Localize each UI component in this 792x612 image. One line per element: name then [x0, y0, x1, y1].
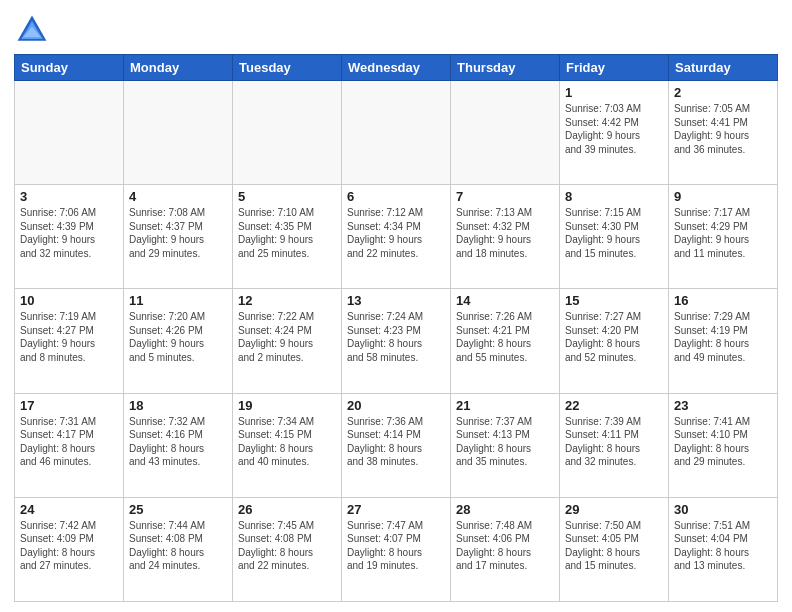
day-number: 28 — [456, 502, 554, 517]
header — [14, 12, 778, 48]
day-info: Sunrise: 7:47 AMSunset: 4:07 PMDaylight:… — [347, 519, 445, 573]
day-number: 21 — [456, 398, 554, 413]
day-info: Sunrise: 7:06 AMSunset: 4:39 PMDaylight:… — [20, 206, 118, 260]
day-info: Sunrise: 7:22 AMSunset: 4:24 PMDaylight:… — [238, 310, 336, 364]
logo — [14, 12, 54, 48]
calendar-cell: 16Sunrise: 7:29 AMSunset: 4:19 PMDayligh… — [669, 289, 778, 393]
day-info: Sunrise: 7:32 AMSunset: 4:16 PMDaylight:… — [129, 415, 227, 469]
day-info: Sunrise: 7:26 AMSunset: 4:21 PMDaylight:… — [456, 310, 554, 364]
calendar-header-row: SundayMondayTuesdayWednesdayThursdayFrid… — [15, 55, 778, 81]
calendar-cell: 23Sunrise: 7:41 AMSunset: 4:10 PMDayligh… — [669, 393, 778, 497]
day-number: 22 — [565, 398, 663, 413]
day-number: 2 — [674, 85, 772, 100]
day-info: Sunrise: 7:12 AMSunset: 4:34 PMDaylight:… — [347, 206, 445, 260]
calendar-cell: 2Sunrise: 7:05 AMSunset: 4:41 PMDaylight… — [669, 81, 778, 185]
day-info: Sunrise: 7:20 AMSunset: 4:26 PMDaylight:… — [129, 310, 227, 364]
calendar-cell: 15Sunrise: 7:27 AMSunset: 4:20 PMDayligh… — [560, 289, 669, 393]
day-info: Sunrise: 7:15 AMSunset: 4:30 PMDaylight:… — [565, 206, 663, 260]
calendar-cell: 14Sunrise: 7:26 AMSunset: 4:21 PMDayligh… — [451, 289, 560, 393]
day-info: Sunrise: 7:05 AMSunset: 4:41 PMDaylight:… — [674, 102, 772, 156]
day-number: 14 — [456, 293, 554, 308]
day-number: 25 — [129, 502, 227, 517]
calendar-cell: 19Sunrise: 7:34 AMSunset: 4:15 PMDayligh… — [233, 393, 342, 497]
calendar: SundayMondayTuesdayWednesdayThursdayFrid… — [14, 54, 778, 602]
day-number: 15 — [565, 293, 663, 308]
day-info: Sunrise: 7:36 AMSunset: 4:14 PMDaylight:… — [347, 415, 445, 469]
calendar-cell — [15, 81, 124, 185]
day-info: Sunrise: 7:44 AMSunset: 4:08 PMDaylight:… — [129, 519, 227, 573]
calendar-cell: 20Sunrise: 7:36 AMSunset: 4:14 PMDayligh… — [342, 393, 451, 497]
calendar-cell: 29Sunrise: 7:50 AMSunset: 4:05 PMDayligh… — [560, 497, 669, 601]
day-number: 23 — [674, 398, 772, 413]
week-row-3: 10Sunrise: 7:19 AMSunset: 4:27 PMDayligh… — [15, 289, 778, 393]
calendar-cell: 26Sunrise: 7:45 AMSunset: 4:08 PMDayligh… — [233, 497, 342, 601]
day-number: 13 — [347, 293, 445, 308]
day-info: Sunrise: 7:13 AMSunset: 4:32 PMDaylight:… — [456, 206, 554, 260]
day-info: Sunrise: 7:48 AMSunset: 4:06 PMDaylight:… — [456, 519, 554, 573]
calendar-cell: 1Sunrise: 7:03 AMSunset: 4:42 PMDaylight… — [560, 81, 669, 185]
header-sunday: Sunday — [15, 55, 124, 81]
day-info: Sunrise: 7:24 AMSunset: 4:23 PMDaylight:… — [347, 310, 445, 364]
day-number: 29 — [565, 502, 663, 517]
calendar-cell: 12Sunrise: 7:22 AMSunset: 4:24 PMDayligh… — [233, 289, 342, 393]
day-info: Sunrise: 7:41 AMSunset: 4:10 PMDaylight:… — [674, 415, 772, 469]
day-number: 19 — [238, 398, 336, 413]
calendar-cell — [451, 81, 560, 185]
day-number: 20 — [347, 398, 445, 413]
header-friday: Friday — [560, 55, 669, 81]
calendar-cell: 27Sunrise: 7:47 AMSunset: 4:07 PMDayligh… — [342, 497, 451, 601]
day-info: Sunrise: 7:39 AMSunset: 4:11 PMDaylight:… — [565, 415, 663, 469]
calendar-cell: 24Sunrise: 7:42 AMSunset: 4:09 PMDayligh… — [15, 497, 124, 601]
page: SundayMondayTuesdayWednesdayThursdayFrid… — [0, 0, 792, 612]
header-tuesday: Tuesday — [233, 55, 342, 81]
day-info: Sunrise: 7:45 AMSunset: 4:08 PMDaylight:… — [238, 519, 336, 573]
day-info: Sunrise: 7:27 AMSunset: 4:20 PMDaylight:… — [565, 310, 663, 364]
day-number: 9 — [674, 189, 772, 204]
calendar-cell: 18Sunrise: 7:32 AMSunset: 4:16 PMDayligh… — [124, 393, 233, 497]
day-number: 11 — [129, 293, 227, 308]
calendar-cell: 5Sunrise: 7:10 AMSunset: 4:35 PMDaylight… — [233, 185, 342, 289]
calendar-cell — [124, 81, 233, 185]
day-number: 8 — [565, 189, 663, 204]
header-saturday: Saturday — [669, 55, 778, 81]
calendar-cell: 13Sunrise: 7:24 AMSunset: 4:23 PMDayligh… — [342, 289, 451, 393]
day-number: 6 — [347, 189, 445, 204]
calendar-cell: 30Sunrise: 7:51 AMSunset: 4:04 PMDayligh… — [669, 497, 778, 601]
day-number: 10 — [20, 293, 118, 308]
day-number: 3 — [20, 189, 118, 204]
header-wednesday: Wednesday — [342, 55, 451, 81]
calendar-cell: 10Sunrise: 7:19 AMSunset: 4:27 PMDayligh… — [15, 289, 124, 393]
day-info: Sunrise: 7:03 AMSunset: 4:42 PMDaylight:… — [565, 102, 663, 156]
day-number: 12 — [238, 293, 336, 308]
day-info: Sunrise: 7:19 AMSunset: 4:27 PMDaylight:… — [20, 310, 118, 364]
calendar-cell: 17Sunrise: 7:31 AMSunset: 4:17 PMDayligh… — [15, 393, 124, 497]
calendar-cell: 28Sunrise: 7:48 AMSunset: 4:06 PMDayligh… — [451, 497, 560, 601]
day-number: 17 — [20, 398, 118, 413]
calendar-cell: 11Sunrise: 7:20 AMSunset: 4:26 PMDayligh… — [124, 289, 233, 393]
day-info: Sunrise: 7:31 AMSunset: 4:17 PMDaylight:… — [20, 415, 118, 469]
day-number: 26 — [238, 502, 336, 517]
day-info: Sunrise: 7:51 AMSunset: 4:04 PMDaylight:… — [674, 519, 772, 573]
day-info: Sunrise: 7:17 AMSunset: 4:29 PMDaylight:… — [674, 206, 772, 260]
calendar-cell: 7Sunrise: 7:13 AMSunset: 4:32 PMDaylight… — [451, 185, 560, 289]
calendar-cell: 3Sunrise: 7:06 AMSunset: 4:39 PMDaylight… — [15, 185, 124, 289]
day-info: Sunrise: 7:10 AMSunset: 4:35 PMDaylight:… — [238, 206, 336, 260]
calendar-cell: 4Sunrise: 7:08 AMSunset: 4:37 PMDaylight… — [124, 185, 233, 289]
day-number: 27 — [347, 502, 445, 517]
day-number: 5 — [238, 189, 336, 204]
calendar-cell: 22Sunrise: 7:39 AMSunset: 4:11 PMDayligh… — [560, 393, 669, 497]
calendar-cell — [233, 81, 342, 185]
day-number: 1 — [565, 85, 663, 100]
day-number: 30 — [674, 502, 772, 517]
day-number: 4 — [129, 189, 227, 204]
week-row-2: 3Sunrise: 7:06 AMSunset: 4:39 PMDaylight… — [15, 185, 778, 289]
calendar-cell: 9Sunrise: 7:17 AMSunset: 4:29 PMDaylight… — [669, 185, 778, 289]
day-number: 18 — [129, 398, 227, 413]
day-info: Sunrise: 7:37 AMSunset: 4:13 PMDaylight:… — [456, 415, 554, 469]
calendar-cell — [342, 81, 451, 185]
day-number: 24 — [20, 502, 118, 517]
week-row-1: 1Sunrise: 7:03 AMSunset: 4:42 PMDaylight… — [15, 81, 778, 185]
calendar-cell: 21Sunrise: 7:37 AMSunset: 4:13 PMDayligh… — [451, 393, 560, 497]
day-info: Sunrise: 7:50 AMSunset: 4:05 PMDaylight:… — [565, 519, 663, 573]
day-info: Sunrise: 7:08 AMSunset: 4:37 PMDaylight:… — [129, 206, 227, 260]
